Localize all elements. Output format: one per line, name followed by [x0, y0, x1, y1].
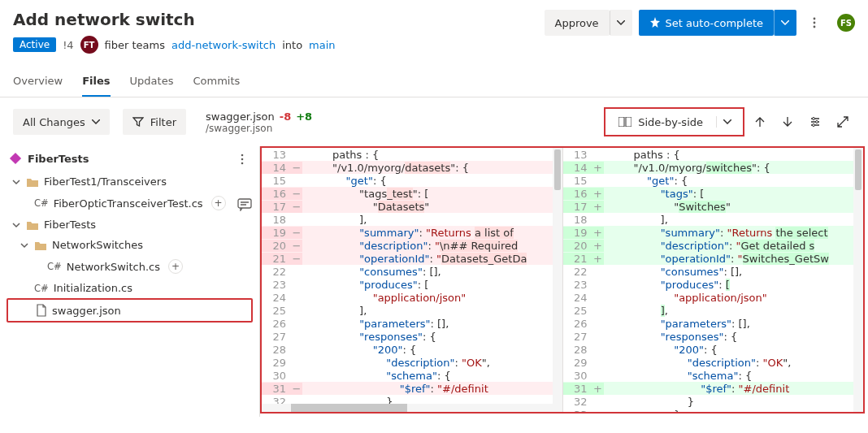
diff-line[interactable]: 24 "application/json" [262, 291, 562, 304]
diff-line[interactable]: 29 "description": "OK", [563, 356, 864, 369]
tab-updates[interactable]: Updates [130, 67, 174, 97]
diff-line[interactable]: 13 paths : { [262, 148, 562, 161]
auto-complete-dropdown[interactable] [774, 10, 796, 36]
tree-file[interactable]: C#FiberOpticTransceiverTest.cs+ [7, 192, 253, 214]
diff-line[interactable]: 30 "schema": { [262, 369, 562, 382]
diff-pane-left[interactable]: 13 paths : {14− "/v1.0/myorg/datasets": … [262, 148, 562, 412]
comment-icon[interactable] [237, 198, 252, 211]
diff-pane-right[interactable]: 13 paths : {14+ "/v1.0/myorg/switches": … [562, 148, 864, 412]
diff-line[interactable]: 20+ "description": "Get detailed s [563, 239, 864, 252]
diff-line[interactable]: 29 "description": "OK", [262, 356, 562, 369]
diff-mode-dropdown[interactable] [716, 116, 738, 128]
tree-folder[interactable]: NetworkSwitches [7, 235, 253, 255]
approve-dropdown[interactable] [610, 10, 632, 36]
line-number: 24 [563, 292, 592, 304]
svg-point-8 [241, 154, 244, 156]
diff-line[interactable]: 15 "get": { [563, 174, 864, 187]
diff-line[interactable]: 21+ "operationId": "Switches_GetSw [563, 252, 864, 265]
side-by-side-button[interactable]: Side-by-side [610, 113, 711, 132]
file-icon [36, 304, 47, 317]
diff-line[interactable]: 16+ "tags": [ [563, 187, 864, 200]
diff-line[interactable]: 22 "consumes": [], [563, 265, 864, 278]
chevron-down-icon [20, 241, 29, 249]
line-number: 31 [563, 383, 592, 395]
line-number: 13 [262, 149, 291, 161]
diff-line[interactable]: 28 "200": { [563, 343, 864, 356]
code-text: "Switches" [604, 201, 864, 213]
diff-line[interactable]: 23 "produces": [ [262, 278, 562, 291]
diff-line[interactable]: 26 "parameters": [], [563, 317, 864, 330]
diff-line[interactable]: 27 "responses": { [563, 330, 864, 343]
filter-button[interactable]: Filter [123, 109, 186, 135]
diff-line[interactable]: 18 ], [262, 213, 562, 226]
diff-marker: + [592, 188, 604, 200]
more-actions-button[interactable] [803, 10, 826, 36]
next-diff-button[interactable] [775, 110, 800, 134]
diff-line[interactable]: 27 "responses": { [262, 330, 562, 343]
diff-line[interactable]: 33 } [563, 408, 864, 412]
diff-line[interactable]: 14+ "/v1.0/myorg/switches": { [563, 161, 864, 174]
diff-line[interactable]: 30 "schema": { [563, 369, 864, 382]
fullscreen-button[interactable] [831, 110, 855, 134]
file-lang-badge: C# [47, 261, 62, 272]
diff-line[interactable]: 13 paths : { [563, 148, 864, 161]
diff-line[interactable]: 25 ], [563, 304, 864, 317]
diff-line[interactable]: 25 ], [262, 304, 562, 317]
add-comment-button[interactable]: + [168, 259, 183, 274]
line-number: 29 [563, 357, 592, 369]
settings-button[interactable] [803, 110, 827, 134]
scrollbar-vertical[interactable] [553, 148, 562, 412]
target-branch-link[interactable]: main [309, 39, 335, 51]
diff-line[interactable]: 15 "get": { [262, 174, 562, 187]
scrollbar-horizontal[interactable] [262, 404, 553, 412]
author-avatar[interactable]: FT [80, 36, 98, 54]
user-avatar[interactable]: FS [837, 14, 855, 32]
approve-button[interactable]: Approve [545, 10, 610, 36]
diff-line[interactable]: 14− "/v1.0/myorg/datasets": { [262, 161, 562, 174]
tree-file[interactable]: swagger.json [7, 298, 253, 323]
diff-marker: + [592, 383, 604, 395]
scrollbar-vertical[interactable] [853, 148, 863, 412]
diff-line[interactable]: 20− "description": "\n## Required [262, 239, 562, 252]
folder-icon [26, 219, 39, 231]
diff-line[interactable]: 19+ "summary": "Returns the select [563, 226, 864, 239]
diff-line[interactable]: 21− "operationId": "Datasets_GetDa [262, 252, 562, 265]
diff-line[interactable]: 28 "200": { [262, 343, 562, 356]
tab-files[interactable]: Files [82, 67, 110, 97]
tree-label: swagger.json [52, 305, 121, 317]
diff-line[interactable]: 17− "Datasets" [262, 200, 562, 213]
more-vertical-icon[interactable] [237, 154, 248, 165]
diff-line[interactable]: 17+ "Switches" [563, 200, 864, 213]
diff-line[interactable]: 26 "parameters": [], [262, 317, 562, 330]
add-comment-button[interactable]: + [211, 196, 226, 210]
diff-line[interactable]: 23 "produces": [ [563, 278, 864, 291]
diff-line[interactable]: 32 } [563, 395, 864, 408]
code-text: "summary": "Returns a list of [302, 227, 562, 239]
tree-folder[interactable]: FiberTest1/Transceivers [7, 171, 253, 192]
tree-file[interactable]: C#Initialization.cs [7, 278, 253, 298]
set-auto-complete-button[interactable]: Set auto-complete [639, 10, 774, 36]
line-number: 20 [262, 240, 291, 252]
diff-line[interactable]: 18 ], [563, 213, 864, 226]
diff-marker: + [592, 240, 604, 252]
diff-line[interactable]: 24 "application/json" [563, 291, 864, 304]
tree-folder[interactable]: FiberTests [7, 214, 253, 235]
line-number: 15 [262, 175, 291, 187]
diff-line[interactable]: 19− "summary": "Returns a list of [262, 226, 562, 239]
tab-overview[interactable]: Overview [13, 67, 63, 97]
diff-line[interactable]: 31+ "$ref": "#/definit [563, 382, 864, 395]
all-changes-dropdown[interactable]: All Changes [13, 109, 110, 135]
code-text: "tags": [ [604, 188, 864, 200]
code-text: } [604, 396, 864, 408]
diff-line[interactable]: 16− "tags_test": [ [262, 187, 562, 200]
source-branch-link[interactable]: add-network-switch [171, 39, 276, 51]
line-number: 23 [563, 279, 592, 291]
code-text: "schema": { [302, 370, 562, 382]
tab-commits[interactable]: Commits [193, 67, 240, 97]
line-number: 16 [262, 188, 291, 200]
author-name: fiber teams [105, 39, 165, 51]
diff-line[interactable]: 22 "consumes": [], [262, 265, 562, 278]
diff-line[interactable]: 31− "$ref": "#/definit [262, 382, 562, 395]
tree-file[interactable]: C#NetworkSwitch.cs+ [7, 255, 253, 278]
prev-diff-button[interactable] [748, 110, 772, 134]
